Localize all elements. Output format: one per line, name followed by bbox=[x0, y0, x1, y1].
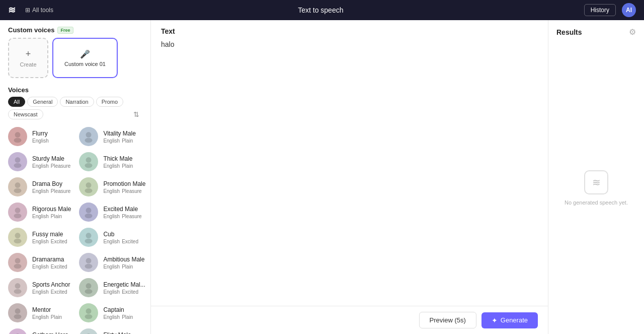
filter-tabs: All General Narration Promo Newscast ⇅ bbox=[0, 97, 150, 124]
voice-avatar-thick-male bbox=[79, 152, 98, 171]
voice-item-gotham-hero[interactable]: Gotham Hero English bbox=[4, 325, 75, 334]
all-tools-label: All tools bbox=[32, 7, 53, 14]
voice-item-cub[interactable]: Cub English Excited bbox=[75, 225, 149, 250]
voice-item-ambitious-male[interactable]: Ambitious Male English Plain bbox=[75, 250, 149, 275]
voice-lang: English bbox=[32, 138, 49, 144]
voice-style: Excited bbox=[51, 289, 67, 295]
filter-icon[interactable]: ⇅ bbox=[130, 109, 142, 120]
tab-all[interactable]: All bbox=[8, 97, 25, 107]
voice-tags: English Pleasure bbox=[32, 188, 71, 194]
svg-point-25 bbox=[14, 289, 21, 294]
sparkle-icon: ✦ bbox=[492, 316, 498, 324]
voice-item-rigorous-male[interactable]: Rigorous Male English Plain bbox=[4, 199, 75, 225]
voice-avatar-excited-male bbox=[79, 203, 98, 222]
voice-tags: English bbox=[32, 138, 71, 144]
voice-item-fussy-male[interactable]: Fussy male English Excited bbox=[4, 225, 75, 250]
voice-style: Plain bbox=[51, 314, 62, 320]
voice-info-fussy-male: Fussy male English Excited bbox=[32, 231, 71, 244]
voice-tags: English Excited bbox=[32, 239, 71, 244]
voice-info-thick-male: Thick Male English Plain bbox=[103, 155, 145, 169]
voice-tags: English Plain bbox=[103, 264, 145, 270]
svg-point-30 bbox=[86, 308, 92, 314]
free-badge: Free bbox=[57, 27, 73, 34]
voice-tags: English Pleasure bbox=[103, 188, 145, 194]
voice-tags: English Plain bbox=[32, 214, 71, 219]
avatar[interactable]: AI bbox=[622, 3, 636, 17]
voice-lang: English bbox=[103, 214, 120, 219]
voice-lang: English bbox=[103, 264, 120, 270]
voice-style: Plain bbox=[122, 163, 133, 169]
voice-info-sturdy-male: Sturdy Male English Pleasure bbox=[32, 155, 71, 169]
voice-list: Flurry English Vitality Male English bbox=[0, 124, 150, 334]
svg-point-19 bbox=[85, 239, 93, 244]
svg-point-2 bbox=[86, 132, 92, 138]
svg-point-24 bbox=[15, 283, 21, 289]
create-button[interactable]: + Create bbox=[8, 38, 48, 78]
voice-info-energetic-male: Energetic Mal... English Excited bbox=[103, 281, 145, 295]
results-title: Results bbox=[556, 28, 582, 36]
voice-name: Rigorous Male bbox=[32, 206, 71, 213]
voice-avatar-dramarama bbox=[8, 253, 27, 272]
voice-name: Ambitious Male bbox=[103, 256, 145, 263]
voice-style: Excited bbox=[122, 289, 138, 295]
voice-tags: English Plain bbox=[103, 163, 145, 169]
svg-point-13 bbox=[14, 214, 21, 219]
voice-name: Dramarama bbox=[32, 256, 71, 263]
voice-item-sports-anchor[interactable]: Sports Anchor English Excited bbox=[4, 275, 75, 300]
svg-point-6 bbox=[86, 157, 92, 163]
voice-name: Energetic Mal... bbox=[103, 281, 145, 288]
voice-name: Mentor bbox=[32, 306, 71, 313]
voice-name: Excited Male bbox=[103, 206, 145, 213]
all-tools-button[interactable]: ⊞ All tools bbox=[21, 5, 57, 16]
voice-item-excited-male[interactable]: Excited Male English Pleasure bbox=[75, 199, 149, 225]
tab-narration[interactable]: Narration bbox=[60, 97, 94, 107]
voice-item-flurry[interactable]: Flurry English bbox=[4, 124, 75, 149]
voice-lang: English bbox=[32, 264, 49, 270]
voice-item-sturdy-male[interactable]: Sturdy Male English Pleasure bbox=[4, 149, 75, 174]
tab-promo[interactable]: Promo bbox=[96, 97, 123, 107]
voice-lang: English bbox=[32, 188, 49, 194]
preview-button[interactable]: Preview (5s) bbox=[419, 312, 476, 328]
voice-item-energetic-male[interactable]: Energetic Mal... English Excited bbox=[75, 275, 149, 300]
generate-button[interactable]: ✦ Generate bbox=[481, 312, 538, 328]
voice-item-captain[interactable]: Captain English Plain bbox=[75, 300, 149, 325]
bottom-bar: Preview (5s) ✦ Generate bbox=[151, 306, 548, 334]
voice-item-promotion-male[interactable]: Promotion Male English Pleasure bbox=[75, 174, 149, 199]
voice-name: Flirty Male bbox=[103, 331, 145, 335]
results-empty: ≋ No generated speech yet. bbox=[548, 42, 644, 334]
voice-item-vitality-male[interactable]: Vitality Male English Plain bbox=[75, 124, 149, 149]
voice-item-drama-boy[interactable]: Drama Boy English Pleasure bbox=[4, 174, 75, 199]
main-layout: Custom voices Free + Create 🎤 Custom voi… bbox=[0, 20, 644, 334]
voice-item-dramarama[interactable]: Dramarama English Excited bbox=[4, 250, 75, 275]
settings-icon[interactable]: ⚙ bbox=[629, 27, 636, 37]
svg-point-18 bbox=[86, 233, 92, 238]
svg-point-15 bbox=[85, 214, 93, 219]
text-input[interactable]: halo bbox=[161, 40, 538, 306]
left-panel: Custom voices Free + Create 🎤 Custom voi… bbox=[0, 20, 151, 334]
voice-name: Flurry bbox=[32, 130, 71, 137]
svg-point-5 bbox=[14, 163, 21, 168]
svg-point-14 bbox=[86, 208, 92, 213]
voice-info-dramarama: Dramarama English Excited bbox=[32, 256, 71, 270]
tab-newscast[interactable]: Newscast bbox=[8, 109, 43, 119]
voice-info-excited-male: Excited Male English Pleasure bbox=[103, 206, 145, 219]
voice-avatar-captain bbox=[79, 303, 98, 322]
voice-lang: English bbox=[32, 289, 49, 295]
center-panel: Text halo Preview (5s) ✦ Generate bbox=[151, 20, 548, 334]
voice-style: Pleasure bbox=[51, 188, 70, 194]
text-area-wrapper: halo bbox=[151, 40, 548, 306]
voice-avatar-gotham-hero bbox=[8, 328, 27, 334]
voice-info-vitality-male: Vitality Male English Plain bbox=[103, 130, 145, 144]
voice-item-thick-male[interactable]: Thick Male English Plain bbox=[75, 149, 149, 174]
custom-voice-card[interactable]: 🎤 Custom voice 01 bbox=[52, 38, 118, 78]
history-button[interactable]: History bbox=[584, 4, 616, 16]
voice-grid: Flurry English Vitality Male English bbox=[4, 124, 146, 334]
custom-voices-title: Custom voices bbox=[8, 26, 54, 34]
voice-tags: English Pleasure bbox=[103, 214, 145, 219]
voice-item-mentor[interactable]: Mentor English Plain bbox=[4, 300, 75, 325]
voice-item-flirty-male[interactable]: Flirty Male English bbox=[75, 325, 149, 334]
voice-lang: English bbox=[103, 239, 120, 244]
create-label: Create bbox=[20, 61, 36, 68]
right-panel: Results ⚙ ≋ No generated speech yet. bbox=[548, 20, 644, 334]
tab-general[interactable]: General bbox=[27, 97, 58, 107]
